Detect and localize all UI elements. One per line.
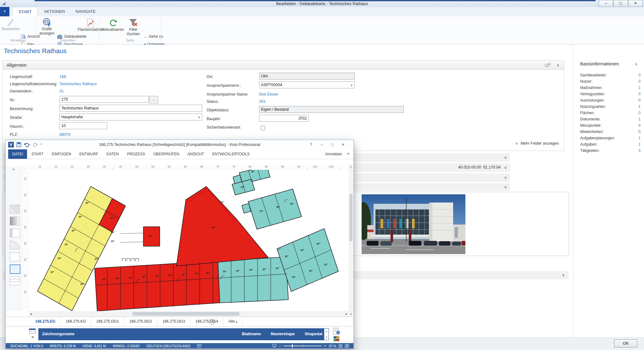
tab-start[interactable]: START [13, 7, 37, 17]
factbox-row-value[interactable]: 0 [638, 130, 641, 134]
column-shapedaten[interactable]: Shapedat [305, 332, 322, 336]
sheet-tab-alle[interactable]: Alle ▴ [223, 317, 242, 326]
full-screen-icon[interactable] [345, 344, 349, 348]
external-data-header[interactable]: Zeichnungsname Blattname Mastershape Sha… [38, 328, 329, 340]
gear-icon[interactable] [544, 63, 551, 68]
sheet-tab-og1[interactable]: 166.275.OG1 [91, 317, 124, 326]
horizontal-scrollbar-thumb[interactable] [132, 312, 239, 316]
filter-loeschen-button[interactable]: Filter löschen [125, 18, 142, 36]
fit-page-icon[interactable] [339, 344, 342, 348]
strasse-select[interactable]: Hauptstraße ∨ [59, 114, 202, 120]
collapse-allgemein-icon[interactable]: ∧ [557, 63, 559, 67]
factbox-row-value[interactable]: 1 [638, 117, 641, 121]
vertical-scrollbar[interactable]: ▲ ▼ [349, 164, 353, 317]
stencil-shape-grid[interactable] [10, 276, 20, 285]
nr-lookup-button[interactable]: ... [149, 96, 158, 103]
sicherheitsrelevant-checkbox[interactable] [261, 126, 265, 130]
column-zeichnungsname[interactable]: Zeichnungsname [42, 332, 75, 336]
sheet-tab-og2[interactable]: 166.275.OG2 [124, 317, 157, 326]
visio-tab-start[interactable]: START [31, 149, 43, 159]
mehr-felder-link[interactable]: ∨Mehr Felder anzeigen [515, 141, 559, 146]
header-scroll[interactable]: ▲ ▼ [324, 329, 329, 340]
anmelden-link[interactable]: Anmelden [325, 152, 342, 156]
external-data-window-icon[interactable] [29, 328, 36, 334]
restore-button[interactable]: ▢ [613, 0, 628, 7]
visio-tab-datei[interactable]: DATEI [8, 149, 27, 159]
stencil-shape-gradient[interactable] [10, 217, 20, 225]
bearbeiten-button[interactable]: Bearbeiten [2, 18, 19, 31]
sheet-tab-og3[interactable]: 166.275.OG3 [157, 317, 190, 326]
vertical-scrollbar-thumb[interactable] [349, 194, 353, 241]
collapse-ribbon-icon[interactable]: ✕ [347, 152, 350, 156]
visio-close-button[interactable]: ✕ [339, 142, 347, 147]
status-height[interactable]: HÖHE: 4,451 M [83, 344, 106, 348]
visio-tab-einfuegen[interactable]: EINFÜGEN [52, 149, 71, 159]
sheet-tab-og4[interactable]: 166.275.OG4 [190, 317, 223, 326]
ansprechpartnernr-select[interactable]: ASPT00004 ∨ [259, 81, 355, 88]
liegenschaftsbezeichnung-value[interactable]: Technisches Rathaus [59, 82, 97, 86]
gemeindenr-value[interactable]: 01 [59, 89, 64, 93]
stencil-shape-hatch[interactable] [10, 205, 20, 214]
status-sheet[interactable]: ZEICHENBL. 1 VON 6 [10, 344, 43, 348]
scroll-right-icon[interactable]: ▶ [346, 313, 347, 315]
visio-tab-daten[interactable]: DATEN [106, 149, 119, 159]
scroll-down-icon[interactable]: ▼ [349, 313, 353, 316]
visio-maximize-button[interactable]: □ [328, 142, 336, 147]
factbox-row-value[interactable]: 0 [638, 92, 641, 96]
objektstatus-field[interactable] [259, 106, 404, 113]
visio-tab-ueberpruefen[interactable]: ÜBERPRÜFEN [153, 149, 179, 159]
zoom-slider[interactable] [284, 346, 321, 346]
column-mastershape[interactable]: Mastershape [271, 332, 295, 336]
status-value[interactable]: 001 [259, 99, 266, 104]
ort-field[interactable] [259, 73, 355, 80]
nr-field[interactable] [59, 96, 149, 103]
visio-minimize-button[interactable]: – [318, 142, 326, 147]
hausnr-field[interactable] [59, 122, 107, 129]
drawing-canvas[interactable] [29, 170, 349, 311]
factbox-row-value[interactable]: 1 [638, 136, 641, 140]
zoom-out-icon[interactable]: − [279, 344, 281, 348]
page-info-icon[interactable] [333, 328, 340, 335]
tab-navigate[interactable]: NAVIGATE [70, 7, 101, 16]
close-button[interactable]: ✕ [628, 0, 643, 7]
grafik-anzeigen-button[interactable]: Grafik anzeigen [38, 18, 56, 36]
aktualisieren-button[interactable]: Aktualisieren [101, 18, 125, 32]
fasttab-allgemein-header[interactable]: Allgemein ∧ [3, 61, 564, 70]
bezeichnung-field[interactable] [59, 105, 202, 112]
tab-aktionen[interactable]: AKTIONEN [38, 7, 70, 16]
close-pane-icon[interactable]: ✕ [31, 335, 34, 339]
visio-help-button[interactable]: ? [307, 142, 315, 147]
visio-tab-prozess[interactable]: PROZESS [127, 149, 145, 159]
visio-tab-entwurf[interactable]: ENTWURF [79, 149, 98, 159]
factbox-row-value[interactable]: 1 [638, 142, 641, 147]
plz-value[interactable]: 89079 [59, 132, 70, 137]
scroll-left-icon[interactable]: ◀ [30, 313, 32, 315]
macro-grid-icon[interactable] [197, 344, 201, 347]
factbox-row-value[interactable]: 0 [638, 79, 641, 84]
status-angle[interactable]: WINKEL: 0 GRAD [113, 344, 140, 348]
factbox-row-value[interactable]: 0 [638, 73, 641, 77]
application-menu-button[interactable]: ▾ [0, 7, 9, 16]
zoom-level[interactable]: 25 % [329, 344, 336, 348]
zoom-in-icon[interactable]: + [324, 344, 326, 348]
factbox-row-value[interactable]: 0 [638, 111, 641, 115]
factbox-row-value[interactable]: 0 [638, 123, 641, 128]
stencil-shape-bar[interactable] [10, 229, 20, 237]
shape-data-grid-icon[interactable] [333, 336, 340, 342]
chevron-up-icon[interactable]: ∧ [635, 62, 638, 66]
horizontal-scrollbar[interactable]: ◀ ▶ [29, 311, 349, 317]
expand-panel-icon[interactable]: ▸ [13, 167, 14, 171]
factbox-row-value[interactable]: 1 [638, 104, 641, 109]
status-language[interactable]: DEUTSCH (DEUTSCHLAND) [147, 344, 190, 348]
column-blattname[interactable]: Blattname [242, 332, 261, 336]
add-sheet-button[interactable]: + [209, 319, 215, 325]
baujahr-field[interactable] [259, 115, 309, 122]
sheet-tab-eg[interactable]: 166.275.EG [30, 317, 61, 326]
factbox-row-value[interactable]: 1 [638, 86, 641, 90]
stencil-shape-select[interactable] [10, 253, 20, 261]
factbox-row-value[interactable]: 0 [638, 98, 641, 103]
sheet-tab-kg[interactable]: 166.275.KG [61, 317, 91, 326]
presentation-icon[interactable] [272, 344, 276, 347]
visio-tab-ansicht[interactable]: ANSICHT [187, 149, 204, 159]
ok-button[interactable]: OK [614, 339, 637, 347]
